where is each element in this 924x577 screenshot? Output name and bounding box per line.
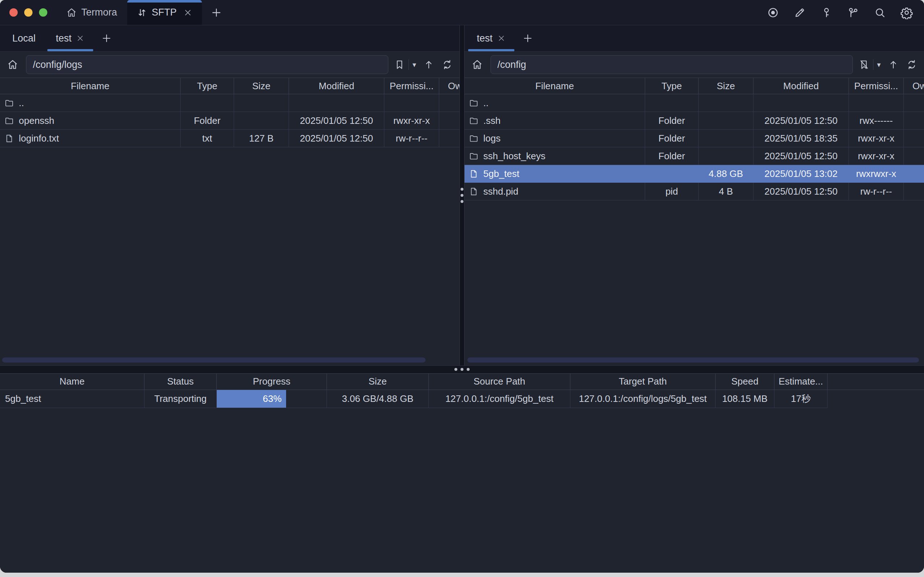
cell-filename: openssh [0, 112, 181, 129]
close-window-button[interactable] [10, 8, 18, 17]
column-header[interactable]: Permissi... [384, 78, 439, 94]
file-row[interactable]: .. [0, 94, 460, 112]
file-row[interactable]: loginfo.txttxt127 B2025/01/05 12:50rw-r-… [0, 130, 460, 147]
key-icon[interactable] [817, 3, 836, 22]
home-icon[interactable] [469, 59, 485, 71]
toolbar-separator [408, 59, 409, 70]
column-header[interactable]: Size [698, 78, 753, 94]
file-row[interactable]: opensshFolder2025/01/05 12:50rwxr-xr-x [0, 112, 460, 130]
gear-icon[interactable] [897, 3, 916, 22]
cell-type: txt [181, 130, 234, 147]
column-header[interactable]: Progress [217, 374, 327, 390]
column-header[interactable]: Name [0, 374, 145, 390]
new-window-tab-button[interactable] [202, 0, 231, 25]
column-header[interactable]: Type [645, 78, 698, 94]
path-input[interactable] [490, 55, 853, 74]
refresh-icon[interactable] [906, 59, 918, 71]
caret-down-icon[interactable]: ▾ [877, 61, 880, 68]
pane-tab-label: test [477, 33, 493, 44]
cell-speed: 108.15 MB [716, 390, 774, 408]
bookmark-slash-icon[interactable] [859, 59, 869, 70]
transfer-row[interactable]: 5gb_testTransporting63%3.06 GB/4.88 GB12… [0, 390, 924, 408]
divider-dot [467, 368, 469, 371]
cell-size: 127 B [234, 130, 289, 147]
column-header[interactable]: Filename [0, 78, 181, 94]
refresh-icon[interactable] [442, 59, 453, 71]
column-header[interactable]: Speed [716, 374, 774, 390]
new-pane-tab-button[interactable] [516, 25, 540, 51]
pane-tab-label: test [56, 33, 72, 44]
cell-modified [753, 94, 849, 111]
pane-divider[interactable] [460, 25, 464, 366]
home-icon [66, 7, 77, 18]
local-path-tools: ▾ [394, 59, 453, 71]
home-icon[interactable] [5, 59, 20, 71]
tab-local[interactable]: Local [2, 25, 46, 51]
divider-dot [461, 188, 463, 191]
path-input[interactable] [26, 55, 388, 74]
maximize-window-button[interactable] [39, 8, 47, 17]
file-row[interactable]: sshd.pidpid4 B2025/01/05 12:50rw-r--r-- [464, 183, 924, 200]
filename-label: .. [483, 97, 489, 109]
folder-icon [469, 116, 479, 126]
column-header[interactable]: Filename [464, 78, 645, 94]
arrow-up-icon[interactable] [423, 59, 434, 70]
search-icon[interactable] [871, 3, 889, 22]
cell-owner [439, 130, 460, 147]
caret-down-icon[interactable]: ▾ [413, 61, 416, 68]
transfer-divider[interactable] [0, 366, 924, 373]
column-header[interactable]: Modified [289, 78, 384, 94]
tab-termora[interactable]: Termora [58, 0, 125, 25]
arrow-up-icon[interactable] [888, 59, 899, 70]
column-header[interactable]: Type [181, 78, 234, 94]
hscroll-thumb[interactable] [468, 358, 919, 363]
column-header[interactable]: Status [145, 374, 217, 390]
column-header[interactable]: Size [234, 78, 289, 94]
column-header[interactable]: Size [327, 374, 429, 390]
tab-test-left[interactable]: test [46, 25, 95, 51]
filename-label: loginfo.txt [19, 133, 59, 144]
folder-icon [469, 134, 479, 143]
file-row[interactable]: 5gb_test4.88 GB2025/01/05 13:02rwxrwxr-x [464, 165, 924, 183]
hscroll-thumb[interactable] [2, 358, 426, 363]
close-icon[interactable] [183, 8, 192, 17]
cell-type [645, 165, 698, 182]
cell-transfer-size: 3.06 GB/4.88 GB [327, 390, 429, 408]
column-header[interactable]: Modified [753, 78, 849, 94]
remote-hscrollbar [464, 358, 924, 363]
cell-permissions: rwxr-xr-x [384, 112, 439, 129]
minimize-window-button[interactable] [24, 8, 32, 17]
column-header[interactable]: Ow [904, 78, 924, 94]
new-pane-tab-button[interactable] [95, 25, 118, 51]
progress-label: 63% [263, 393, 281, 405]
column-header[interactable]: Source Path [429, 374, 570, 390]
column-header[interactable]: Estimate... [774, 374, 827, 390]
file-row[interactable]: .sshFolder2025/01/05 12:50rwx------ [464, 112, 924, 130]
file-row[interactable]: logsFolder2025/01/05 18:35rwxr-xr-x [464, 130, 924, 147]
remote-table-header: FilenameTypeSizeModifiedPermissi...Ow [464, 77, 924, 94]
cell-type: Folder [645, 147, 698, 164]
pencil-icon[interactable] [790, 3, 809, 22]
local-hscrollbar [0, 358, 460, 363]
cell-source-path: 127.0.0.1:/config/5gb_test [429, 390, 570, 408]
app-tab-label: SFTP [152, 7, 177, 18]
branch-icon[interactable] [844, 3, 863, 22]
column-header[interactable]: Permissi... [849, 78, 904, 94]
local-table-header: FilenameTypeSizeModifiedPermissi...Ow [0, 77, 460, 94]
bookmark-icon[interactable] [394, 59, 405, 70]
tab-test-right[interactable]: test [467, 25, 516, 51]
cell-size [698, 147, 753, 164]
file-row[interactable]: ssh_host_keysFolder2025/01/05 12:50rwxr-… [464, 147, 924, 165]
column-header[interactable]: Target Path [570, 374, 716, 390]
tab-sftp[interactable]: SFTP [127, 0, 202, 25]
remote-table-body: ...sshFolder2025/01/05 12:50rwx------log… [464, 94, 924, 366]
file-row[interactable]: .. [464, 94, 924, 112]
cell-permissions: rw-r--r-- [384, 130, 439, 147]
close-icon[interactable] [497, 34, 506, 43]
cell-size [698, 130, 753, 147]
cell-modified: 2025/01/05 12:50 [753, 183, 849, 200]
record-icon[interactable] [764, 3, 782, 22]
cell-type [645, 94, 698, 111]
close-icon[interactable] [76, 34, 84, 43]
column-header[interactable]: Ow [439, 78, 460, 94]
